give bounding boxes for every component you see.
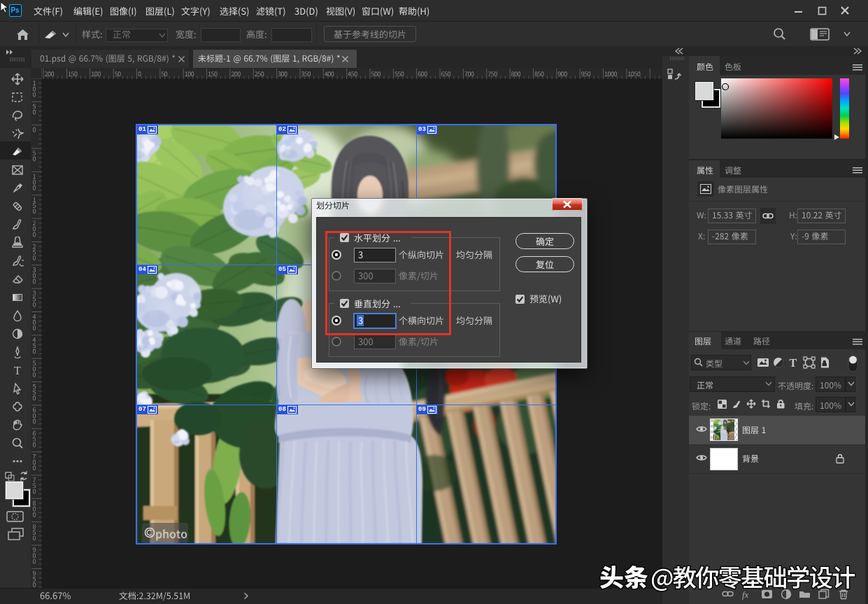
svg-text:T: T [790,357,797,369]
svg-text:fx: fx [742,589,749,600]
svg-text:T: T [14,365,21,377]
